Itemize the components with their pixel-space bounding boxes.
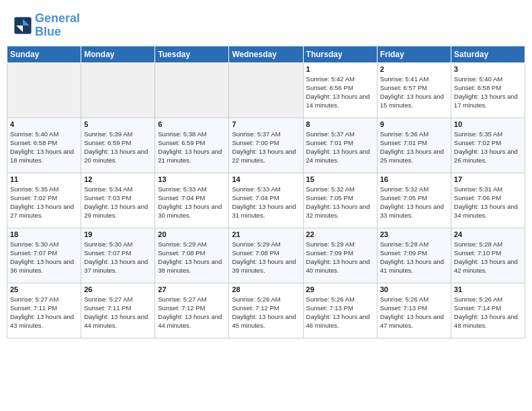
logo-text: GeneralBlue xyxy=(35,12,80,39)
day-number: 21 xyxy=(232,230,300,238)
calendar-cell: 20Sunrise: 5:29 AMSunset: 7:08 PMDayligh… xyxy=(155,228,229,283)
day-number: 5 xyxy=(84,120,152,128)
calendar-cell: 16Sunrise: 5:32 AMSunset: 7:05 PMDayligh… xyxy=(377,173,451,228)
day-info: Sunrise: 5:33 AMSunset: 7:04 PMDaylight:… xyxy=(232,185,300,220)
calendar-week-3: 11Sunrise: 5:35 AMSunset: 7:02 PMDayligh… xyxy=(7,173,525,228)
day-info: Sunrise: 5:29 AMSunset: 7:08 PMDaylight:… xyxy=(232,240,300,275)
day-info: Sunrise: 5:26 AMSunset: 7:12 PMDaylight:… xyxy=(232,295,300,330)
calendar-cell: 23Sunrise: 5:28 AMSunset: 7:09 PMDayligh… xyxy=(377,228,451,283)
calendar-cell: 17Sunrise: 5:31 AMSunset: 7:06 PMDayligh… xyxy=(451,173,525,228)
calendar-cell: 21Sunrise: 5:29 AMSunset: 7:08 PMDayligh… xyxy=(229,228,303,283)
day-number: 7 xyxy=(232,120,300,128)
day-info: Sunrise: 5:40 AMSunset: 6:58 PMDaylight:… xyxy=(454,75,522,110)
day-number: 17 xyxy=(454,175,522,183)
day-info: Sunrise: 5:27 AMSunset: 7:11 PMDaylight:… xyxy=(84,295,152,330)
day-number: 27 xyxy=(158,285,226,293)
calendar-cell: 18Sunrise: 5:30 AMSunset: 7:07 PMDayligh… xyxy=(7,228,81,283)
day-number: 28 xyxy=(232,285,300,293)
day-info: Sunrise: 5:26 AMSunset: 7:13 PMDaylight:… xyxy=(380,295,448,330)
day-info: Sunrise: 5:32 AMSunset: 7:05 PMDaylight:… xyxy=(380,185,448,220)
day-number: 9 xyxy=(380,120,448,128)
weekday-header-friday: Friday xyxy=(377,46,451,62)
day-number: 2 xyxy=(380,65,448,73)
day-number: 13 xyxy=(158,175,226,183)
calendar-cell: 12Sunrise: 5:34 AMSunset: 7:03 PMDayligh… xyxy=(81,173,155,228)
day-number: 25 xyxy=(10,285,78,293)
calendar-cell: 27Sunrise: 5:27 AMSunset: 7:12 PMDayligh… xyxy=(155,283,229,338)
calendar-cell: 15Sunrise: 5:32 AMSunset: 7:05 PMDayligh… xyxy=(303,173,377,228)
day-number: 29 xyxy=(306,285,374,293)
day-info: Sunrise: 5:28 AMSunset: 7:09 PMDaylight:… xyxy=(380,240,448,275)
weekday-header-saturday: Saturday xyxy=(451,46,525,62)
day-info: Sunrise: 5:32 AMSunset: 7:05 PMDaylight:… xyxy=(306,185,374,220)
calendar-cell: 13Sunrise: 5:33 AMSunset: 7:04 PMDayligh… xyxy=(155,173,229,228)
calendar-cell: 6Sunrise: 5:38 AMSunset: 6:59 PMDaylight… xyxy=(155,118,229,173)
weekday-header-wednesday: Wednesday xyxy=(229,46,303,62)
day-info: Sunrise: 5:34 AMSunset: 7:03 PMDaylight:… xyxy=(84,185,152,220)
day-number: 23 xyxy=(380,230,448,238)
calendar-cell: 30Sunrise: 5:26 AMSunset: 7:13 PMDayligh… xyxy=(377,283,451,338)
calendar-week-2: 4Sunrise: 5:40 AMSunset: 6:58 PMDaylight… xyxy=(7,118,525,173)
day-number: 30 xyxy=(380,285,448,293)
day-number: 3 xyxy=(454,65,522,73)
day-info: Sunrise: 5:27 AMSunset: 7:12 PMDaylight:… xyxy=(158,295,226,330)
calendar-week-4: 18Sunrise: 5:30 AMSunset: 7:07 PMDayligh… xyxy=(7,228,525,283)
calendar-cell: 2Sunrise: 5:41 AMSunset: 6:57 PMDaylight… xyxy=(377,62,451,118)
day-info: Sunrise: 5:26 AMSunset: 7:13 PMDaylight:… xyxy=(306,295,374,330)
weekday-header-monday: Monday xyxy=(81,46,155,62)
day-info: Sunrise: 5:26 AMSunset: 7:14 PMDaylight:… xyxy=(454,295,522,330)
day-info: Sunrise: 5:30 AMSunset: 7:07 PMDaylight:… xyxy=(84,240,152,275)
calendar-cell: 28Sunrise: 5:26 AMSunset: 7:12 PMDayligh… xyxy=(229,283,303,338)
calendar-cell: 1Sunrise: 5:42 AMSunset: 6:56 PMDaylight… xyxy=(303,62,377,118)
day-number: 24 xyxy=(454,230,522,238)
day-number: 10 xyxy=(454,120,522,128)
day-number: 20 xyxy=(158,230,226,238)
day-info: Sunrise: 5:29 AMSunset: 7:09 PMDaylight:… xyxy=(306,240,374,275)
calendar-cell xyxy=(81,62,155,118)
weekday-header-tuesday: Tuesday xyxy=(155,46,229,62)
logo: GeneralBlue xyxy=(13,12,80,39)
day-number: 31 xyxy=(454,285,522,293)
day-number: 12 xyxy=(84,175,152,183)
day-number: 1 xyxy=(306,65,374,73)
weekday-header-sunday: Sunday xyxy=(7,46,81,62)
calendar-cell xyxy=(7,62,81,118)
day-number: 26 xyxy=(84,285,152,293)
day-info: Sunrise: 5:27 AMSunset: 7:11 PMDaylight:… xyxy=(10,295,78,330)
day-info: Sunrise: 5:36 AMSunset: 7:01 PMDaylight:… xyxy=(380,130,448,165)
calendar-body: 1Sunrise: 5:42 AMSunset: 6:56 PMDaylight… xyxy=(7,62,525,338)
calendar-cell: 11Sunrise: 5:35 AMSunset: 7:02 PMDayligh… xyxy=(7,173,81,228)
day-number: 16 xyxy=(380,175,448,183)
day-number: 19 xyxy=(84,230,152,238)
day-info: Sunrise: 5:37 AMSunset: 7:00 PMDaylight:… xyxy=(232,130,300,165)
day-number: 8 xyxy=(306,120,374,128)
day-info: Sunrise: 5:41 AMSunset: 6:57 PMDaylight:… xyxy=(380,75,448,110)
day-number: 15 xyxy=(306,175,374,183)
calendar-week-5: 25Sunrise: 5:27 AMSunset: 7:11 PMDayligh… xyxy=(7,283,525,338)
day-number: 22 xyxy=(306,230,374,238)
day-info: Sunrise: 5:28 AMSunset: 7:10 PMDaylight:… xyxy=(454,240,522,275)
weekday-header-row: SundayMondayTuesdayWednesdayThursdayFrid… xyxy=(7,46,525,62)
calendar-cell: 22Sunrise: 5:29 AMSunset: 7:09 PMDayligh… xyxy=(303,228,377,283)
day-info: Sunrise: 5:31 AMSunset: 7:06 PMDaylight:… xyxy=(454,185,522,220)
calendar-cell: 5Sunrise: 5:39 AMSunset: 6:59 PMDaylight… xyxy=(81,118,155,173)
calendar-cell: 8Sunrise: 5:37 AMSunset: 7:01 PMDaylight… xyxy=(303,118,377,173)
day-info: Sunrise: 5:40 AMSunset: 6:58 PMDaylight:… xyxy=(10,130,78,165)
day-info: Sunrise: 5:37 AMSunset: 7:01 PMDaylight:… xyxy=(306,130,374,165)
day-info: Sunrise: 5:42 AMSunset: 6:56 PMDaylight:… xyxy=(306,75,374,110)
calendar-cell: 14Sunrise: 5:33 AMSunset: 7:04 PMDayligh… xyxy=(229,173,303,228)
calendar-cell: 3Sunrise: 5:40 AMSunset: 6:58 PMDaylight… xyxy=(451,62,525,118)
weekday-header-thursday: Thursday xyxy=(303,46,377,62)
calendar-cell: 31Sunrise: 5:26 AMSunset: 7:14 PMDayligh… xyxy=(451,283,525,338)
calendar-cell xyxy=(155,62,229,118)
calendar-cell: 19Sunrise: 5:30 AMSunset: 7:07 PMDayligh… xyxy=(81,228,155,283)
day-number: 11 xyxy=(10,175,78,183)
day-info: Sunrise: 5:35 AMSunset: 7:02 PMDaylight:… xyxy=(10,185,78,220)
calendar-week-1: 1Sunrise: 5:42 AMSunset: 6:56 PMDaylight… xyxy=(7,62,525,118)
day-number: 14 xyxy=(232,175,300,183)
day-info: Sunrise: 5:39 AMSunset: 6:59 PMDaylight:… xyxy=(84,130,152,165)
day-info: Sunrise: 5:33 AMSunset: 7:04 PMDaylight:… xyxy=(158,185,226,220)
calendar-table: SundayMondayTuesdayWednesdayThursdayFrid… xyxy=(7,46,525,338)
calendar-cell xyxy=(229,62,303,118)
day-info: Sunrise: 5:38 AMSunset: 6:59 PMDaylight:… xyxy=(158,130,226,165)
